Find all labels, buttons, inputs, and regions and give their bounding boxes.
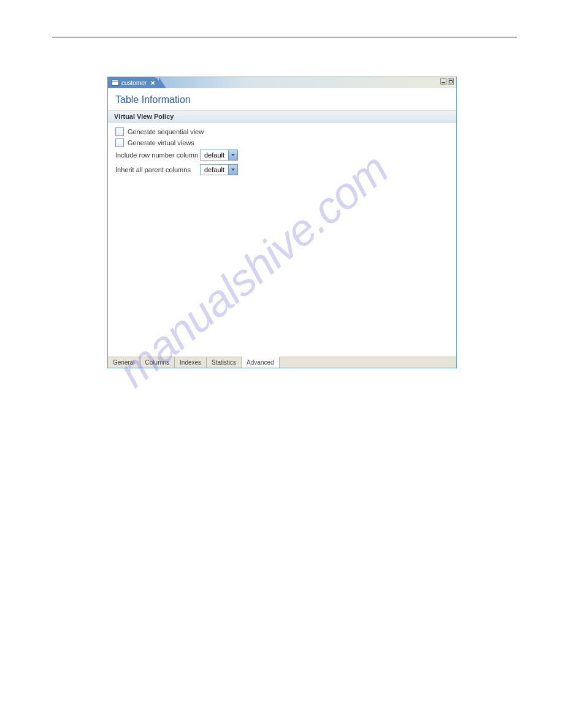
form-area: Generate sequential view Generate virtua… <box>108 123 456 357</box>
checkbox-label: Generate sequential view <box>128 128 204 135</box>
page-divider <box>52 37 517 37</box>
checkbox-row: Generate virtual views <box>115 138 449 147</box>
tab-name: customer <box>121 80 147 86</box>
bottom-tabs: General Columns Indexes Statistics Advan… <box>108 357 456 368</box>
inherit-parent-columns-dropdown[interactable]: default <box>200 164 238 175</box>
generate-sequential-view-checkbox[interactable] <box>115 127 124 136</box>
page-title: Table Information <box>115 94 449 105</box>
dropdown-value: default <box>200 164 228 175</box>
dialog-window: customer ✕ Table Information Virtual Vie… <box>107 77 457 368</box>
window-tab[interactable]: customer ✕ <box>108 77 159 88</box>
tab-statistics[interactable]: Statistics <box>207 357 242 368</box>
section-header: Virtual View Policy <box>108 111 456 123</box>
generate-virtual-views-checkbox[interactable] <box>115 138 124 147</box>
title-bar: customer ✕ <box>108 77 456 88</box>
chevron-down-icon <box>228 150 238 161</box>
dropdown-label: Include row number column <box>115 151 200 159</box>
tab-indexes[interactable]: Indexes <box>175 357 207 368</box>
table-icon <box>112 80 119 86</box>
dropdown-value: default <box>200 150 228 161</box>
content-header: Table Information <box>108 88 456 111</box>
include-row-number-dropdown[interactable]: default <box>200 150 238 161</box>
maximize-button[interactable] <box>448 78 454 85</box>
dropdown-label: Inherit all parent columns <box>115 166 200 173</box>
checkbox-row: Generate sequential view <box>115 127 449 136</box>
checkbox-label: Generate virtual views <box>128 139 194 146</box>
minimize-button[interactable] <box>440 78 446 85</box>
tab-columns[interactable]: Columns <box>140 357 175 368</box>
dropdown-row: Inherit all parent columns default <box>115 164 449 175</box>
dropdown-row: Include row number column default <box>115 150 449 161</box>
close-tab-icon[interactable]: ✕ <box>150 80 155 86</box>
tab-general[interactable]: General <box>108 357 140 368</box>
window-controls <box>440 78 454 85</box>
chevron-down-icon <box>228 164 238 175</box>
tab-advanced[interactable]: Advanced <box>242 357 279 368</box>
